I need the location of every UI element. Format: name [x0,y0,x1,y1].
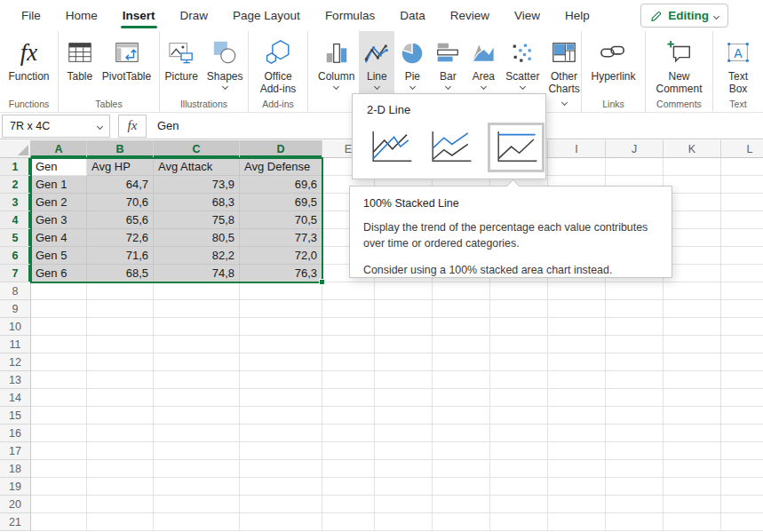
cell-A14[interactable] [31,389,87,407]
cell-A19[interactable] [31,478,87,496]
cell-B15[interactable] [87,407,154,425]
cell-I9[interactable] [548,300,606,318]
row-header-21[interactable]: 21 [0,513,31,531]
cell-J11[interactable] [606,336,664,353]
cell-C8[interactable] [154,282,240,300]
cell-J16[interactable] [606,425,664,442]
cell-D13[interactable] [240,371,322,389]
select-all-corner[interactable] [0,140,31,158]
name-box[interactable]: 7R x 4C [2,115,110,138]
cell-B17[interactable] [87,442,154,460]
cell-C16[interactable] [154,425,240,442]
cell-L15[interactable] [721,407,763,425]
cell-B13[interactable] [87,371,154,389]
tab-draw[interactable]: Draw [168,0,221,31]
tab-help[interactable]: Help [552,0,602,31]
cell-K15[interactable] [664,407,721,425]
cell-F15[interactable] [375,407,433,425]
row-header-2[interactable]: 2 [0,176,31,194]
cell-B4[interactable]: 65,6 [87,211,154,229]
cell-A11[interactable] [31,336,87,353]
cell-C7[interactable]: 74,8 [154,265,240,282]
cell-E11[interactable] [322,336,375,353]
cell-K10[interactable] [664,318,721,336]
cell-L10[interactable] [721,318,763,336]
row-header-4[interactable]: 4 [0,211,31,229]
cell-F8[interactable] [375,282,433,300]
cell-A20[interactable] [31,496,87,513]
cell-A12[interactable] [31,353,87,371]
cell-K1[interactable] [664,158,721,176]
cell-L3[interactable] [721,194,763,211]
cell-D20[interactable] [240,496,322,513]
cell-B20[interactable] [87,496,154,513]
cell-L1[interactable] [721,158,763,176]
row-header-9[interactable]: 9 [0,300,31,318]
cell-L19[interactable] [721,478,763,496]
cell-D10[interactable] [240,318,322,336]
cell-J12[interactable] [606,353,664,371]
cell-I20[interactable] [548,496,606,513]
row-header-13[interactable]: 13 [0,371,31,389]
cell-D15[interactable] [240,407,322,425]
cell-E12[interactable] [322,353,375,371]
row-header-11[interactable]: 11 [0,336,31,353]
cell-A9[interactable] [31,300,87,318]
cell-I1[interactable] [548,158,606,176]
cell-D4[interactable]: 70,5 [240,211,322,229]
row-header-5[interactable]: 5 [0,229,31,247]
tab-insert[interactable]: Insert [110,0,168,31]
tab-review[interactable]: Review [438,0,502,31]
cell-G15[interactable] [433,407,490,425]
cell-D17[interactable] [240,442,322,460]
other-charts-button[interactable]: Other Charts [544,31,584,109]
pivottable-button[interactable]: PivotTable [98,31,155,97]
tab-file[interactable]: File [9,0,53,31]
cell-I15[interactable] [548,407,606,425]
cell-B21[interactable] [87,513,154,531]
cell-E19[interactable] [322,478,375,496]
cell-A5[interactable]: Gen 4 [31,229,87,247]
cell-F21[interactable] [375,513,433,531]
cell-B2[interactable]: 64,7 [87,176,154,194]
cell-K11[interactable] [664,336,721,353]
cell-F17[interactable] [375,442,433,460]
editing-mode-button[interactable]: Editing [640,4,728,28]
cell-L18[interactable] [721,460,763,478]
cell-B6[interactable]: 71,6 [87,247,154,265]
cell-H16[interactable] [490,425,548,442]
cell-L12[interactable] [721,353,763,371]
cell-I12[interactable] [548,353,606,371]
cell-L17[interactable] [721,442,763,460]
cell-C2[interactable]: 73,9 [154,176,240,194]
tab-home[interactable]: Home [53,0,110,31]
column-header-A[interactable]: A [31,140,87,158]
column-header-L[interactable]: L [721,140,763,158]
cell-I11[interactable] [548,336,606,353]
table-button[interactable]: Table [62,31,98,97]
office-addins-button[interactable]: Office Add-ins [250,31,306,97]
cell-J15[interactable] [606,407,664,425]
cell-C4[interactable]: 75,8 [154,211,240,229]
cell-H13[interactable] [490,371,548,389]
row-header-15[interactable]: 15 [0,407,31,425]
cell-F19[interactable] [375,478,433,496]
cell-K20[interactable] [664,496,721,513]
cell-L8[interactable] [721,282,763,300]
row-header-18[interactable]: 18 [0,460,31,478]
cell-D14[interactable] [240,389,322,407]
cell-K14[interactable] [664,389,721,407]
cell-B12[interactable] [87,353,154,371]
cell-J17[interactable] [606,442,664,460]
cell-L21[interactable] [721,513,763,531]
cell-F18[interactable] [375,460,433,478]
cell-H11[interactable] [490,336,548,353]
row-header-19[interactable]: 19 [0,478,31,496]
cell-K17[interactable] [664,442,721,460]
cell-H9[interactable] [490,300,548,318]
cell-K21[interactable] [664,513,721,531]
cell-C9[interactable] [154,300,240,318]
cell-F9[interactable] [375,300,433,318]
cell-A16[interactable] [31,425,87,442]
tab-formulas[interactable]: Formulas [313,0,387,31]
